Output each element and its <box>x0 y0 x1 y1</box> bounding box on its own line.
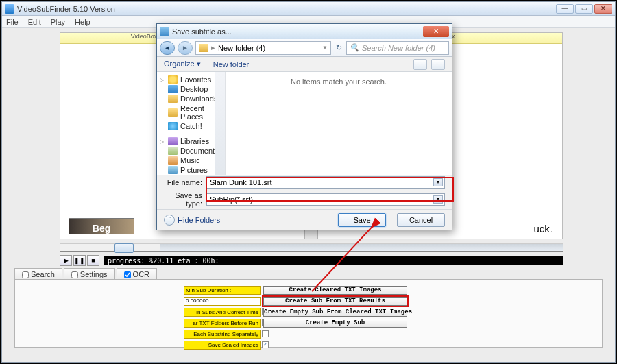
recent-icon <box>168 108 178 117</box>
hide-folders-toggle[interactable]: ˄ Hide Folders <box>164 215 220 226</box>
catch-icon <box>168 122 178 130</box>
window-buttons: — ▭ ✕ <box>556 4 612 14</box>
documents-label: Documents <box>180 147 219 155</box>
documents-icon <box>168 147 178 155</box>
desktop-label: Desktop <box>180 85 208 93</box>
app-title: VideoSubFinder 5.10 Version <box>17 5 556 13</box>
pause-button[interactable]: ❚❚ <box>73 255 86 266</box>
pictures-icon <box>168 166 178 174</box>
filename-value: Slam Dunk 101.srt <box>210 178 271 186</box>
save-dialog: Save subtitle as... ✕ ◄ ► ▸ New folder (… <box>156 23 452 230</box>
filetype-value: SubRip(*.srt) <box>210 195 253 204</box>
join-subs-label: in Subs And Correct Time <box>184 308 261 317</box>
sidebar-documents[interactable]: Documents <box>158 146 223 156</box>
search-placeholder: Search New folder (4) <box>362 44 435 52</box>
sidebar-catch[interactable]: Catch! <box>158 121 223 131</box>
each-substring-label: Each Substring Separately <box>184 330 261 339</box>
clear-txt-folders-label: ar TXT Folders Before Run <box>184 319 261 328</box>
tab-search-label: Search <box>31 270 55 278</box>
seek-slider[interactable] <box>60 243 563 252</box>
titlebar: VideoSubFinder 5.10 Version — ▭ ✕ <box>2 2 615 16</box>
tab-search[interactable]: Search <box>14 268 62 280</box>
transport-controls: ▶ ❚❚ ■ progress: %20.11 eta : 00h: <box>60 254 563 267</box>
slider-handle[interactable] <box>114 243 134 253</box>
downloads-icon <box>168 95 178 103</box>
tabstrip: Search Settings OCR <box>14 268 157 280</box>
sidebar-libraries[interactable]: ▷Libraries <box>158 136 223 146</box>
min-sub-duration-label: Min Sub Duration : <box>184 286 261 295</box>
filename-dropdown-icon[interactable]: ▼ <box>433 178 443 186</box>
menu-play[interactable]: Play <box>51 18 65 26</box>
create-cleared-txt-images-button[interactable]: Create Cleared TXT Images <box>263 286 407 295</box>
help-button[interactable] <box>431 59 445 70</box>
minimize-button[interactable]: — <box>556 4 574 14</box>
search-field[interactable]: 🔍 Search New folder (4) <box>346 41 449 55</box>
create-empty-sub-from-cleared-button[interactable]: Create Empty Sub From Cleared TXT Images <box>263 308 407 317</box>
sidebar-pictures[interactable]: Pictures <box>158 165 223 175</box>
tab-settings[interactable]: Settings <box>64 268 115 280</box>
sidebar-desktop[interactable]: Desktop <box>158 84 223 94</box>
tab-settings-checkbox[interactable] <box>71 271 78 278</box>
file-list-area: No items match your search. <box>226 72 452 175</box>
save-button[interactable]: Save <box>338 213 386 227</box>
app-icon <box>5 4 14 14</box>
tab-ocr-label: OCR <box>133 270 149 278</box>
tab-search-checkbox[interactable] <box>22 271 29 278</box>
empty-message: No items match your search. <box>291 77 387 86</box>
music-label: Music <box>180 156 200 165</box>
pictures-label: Pictures <box>180 166 208 174</box>
save-scaled-images-checkbox[interactable]: ✓ <box>262 341 269 348</box>
organize-button[interactable]: Organize ▾ <box>164 60 201 69</box>
new-folder-button[interactable]: New folder <box>213 60 250 69</box>
breadcrumb-bar[interactable]: ▸ New folder (4) ▼ <box>195 41 331 55</box>
filename-input[interactable]: Slam Dunk 101.srt▼ <box>206 176 445 189</box>
sidebar-downloads[interactable]: Downloads <box>158 94 223 104</box>
sidebar-scrollbar[interactable] <box>215 72 225 175</box>
nav-back-button[interactable]: ◄ <box>160 41 175 55</box>
filetype-dropdown-icon[interactable]: ▼ <box>433 195 443 204</box>
menu-file[interactable]: File <box>6 18 19 26</box>
stop-button[interactable]: ■ <box>87 255 99 266</box>
music-icon <box>168 156 178 165</box>
tab-ocr[interactable]: OCR <box>117 268 157 280</box>
progress-readout: progress: %20.11 eta : 00h: <box>104 256 563 265</box>
close-button[interactable]: ✕ <box>594 4 612 14</box>
downloads-label: Downloads <box>180 95 217 103</box>
nav-forward-button[interactable]: ► <box>178 41 193 55</box>
sidebar-recent[interactable]: Recent Places <box>158 104 223 121</box>
tab-settings-label: Settings <box>80 270 108 278</box>
maximize-button[interactable]: ▭ <box>575 4 593 14</box>
cancel-button[interactable]: Cancel <box>397 213 445 227</box>
libraries-label: Libraries <box>180 137 209 145</box>
create-sub-from-txt-results-button[interactable]: Create Sub From TXT Results <box>263 297 407 306</box>
dialog-navbar: ◄ ► ▸ New folder (4) ▼ ↻ 🔍 Search New fo… <box>157 39 452 57</box>
sidebar-favorites[interactable]: ▷Favorites <box>158 75 223 84</box>
filetype-select[interactable]: SubRip(*.srt)▼ <box>206 193 445 206</box>
ocr-controls: Min Sub Duration : Create Cleared TXT Im… <box>184 285 407 351</box>
catch-label: Catch! <box>180 122 202 130</box>
folder-icon <box>199 44 208 52</box>
hide-folders-label: Hide Folders <box>178 216 220 224</box>
tab-ocr-checkbox[interactable] <box>124 271 131 278</box>
dialog-toolbar: Organize ▾ New folder <box>157 57 452 72</box>
play-button[interactable]: ▶ <box>60 255 72 266</box>
create-empty-sub-button[interactable]: Create Empty Sub <box>263 319 407 328</box>
star-icon <box>168 75 178 84</box>
filetype-row: Save as type: SubRip(*.srt)▼ <box>157 190 452 209</box>
view-options-button[interactable] <box>413 59 427 70</box>
favorites-label: Favorites <box>180 75 211 84</box>
filename-row: File name: Slam Dunk 101.srt▼ <box>157 175 452 190</box>
libraries-icon <box>168 137 178 145</box>
refresh-icon[interactable]: ↻ <box>334 43 343 52</box>
search-icon: 🔍 <box>350 43 359 52</box>
dialog-titlebar: Save subtitle as... ✕ <box>157 24 452 39</box>
chevron-up-icon: ˄ <box>164 215 175 226</box>
min-sub-duration-value[interactable]: 0.000000 <box>184 297 261 306</box>
each-substring-checkbox[interactable] <box>262 330 269 337</box>
sidebar-music[interactable]: Music <box>158 156 223 165</box>
menu-edit[interactable]: Edit <box>28 18 41 26</box>
dialog-sidebar: ▷Favorites Desktop Downloads Recent Plac… <box>157 72 226 175</box>
menu-help[interactable]: Help <box>75 18 90 26</box>
save-scaled-images-label: Save Scaled Images <box>184 341 261 350</box>
dialog-close-button[interactable]: ✕ <box>423 26 449 37</box>
